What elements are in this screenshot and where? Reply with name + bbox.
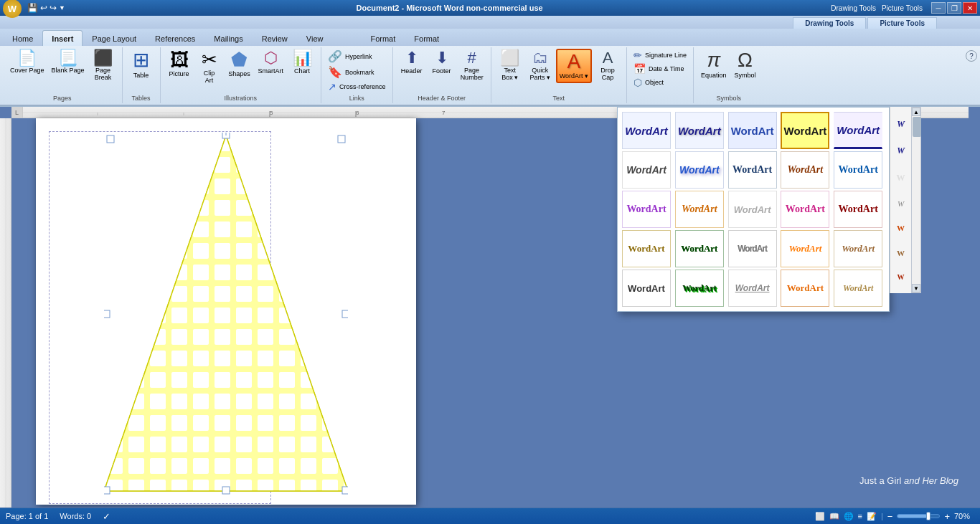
restore-btn[interactable]: ❐ bbox=[947, 2, 961, 14]
proofing-check[interactable]: ✓ bbox=[103, 511, 110, 522]
handle-bottom-right[interactable] bbox=[342, 487, 348, 494]
side-strip-w3[interactable]: W bbox=[897, 173, 905, 184]
date-time-btn[interactable]: 📅 Date & Time bbox=[631, 62, 687, 75]
wordart-item-9[interactable]: WordArt bbox=[781, 151, 829, 189]
page-number-btn[interactable]: # PageNumber bbox=[458, 49, 486, 83]
triangle-shape[interactable] bbox=[104, 133, 348, 498]
wordart-item-11[interactable]: WordArt bbox=[622, 191, 671, 228]
wordart-item-8[interactable]: WordArt bbox=[728, 151, 777, 189]
wordart-item-2[interactable]: WordArt bbox=[675, 112, 724, 149]
header-btn[interactable]: ⬆ Header bbox=[397, 49, 426, 76]
tab-format1[interactable]: Format bbox=[361, 30, 405, 46]
side-strip-w5[interactable]: W bbox=[897, 224, 905, 232]
scroll-up-arrow[interactable]: ▲ bbox=[912, 108, 920, 116]
qat-more-btn[interactable]: ▼ bbox=[59, 4, 65, 11]
zoom-percent[interactable]: 70% bbox=[954, 512, 974, 520]
close-btn[interactable]: ✕ bbox=[963, 2, 977, 14]
minimize-btn[interactable]: ─ bbox=[931, 2, 946, 14]
wordart-scrollbar[interactable]: ▲ ▼ bbox=[911, 107, 921, 293]
text-box-btn[interactable]: ⬜ TextBox ▾ bbox=[496, 49, 524, 83]
sub-tab-drawing[interactable]: Drawing Tools bbox=[793, 17, 866, 29]
side-strip-w7[interactable]: W bbox=[897, 273, 905, 281]
wordart-item-3[interactable]: WordArt bbox=[728, 112, 777, 149]
wordart-item-24[interactable]: WordArt bbox=[781, 270, 829, 307]
table-btn[interactable]: ⊞ Table bbox=[127, 49, 156, 80]
tab-home[interactable]: Home bbox=[3, 30, 42, 46]
wordart-item-21[interactable]: WordArt bbox=[622, 270, 671, 307]
chart-btn[interactable]: 📊 Chart bbox=[288, 49, 316, 76]
wordart-item-7[interactable]: WordArt bbox=[675, 151, 724, 189]
clip-art-btn[interactable]: ✂ ClipArt bbox=[195, 49, 224, 86]
smartart-btn[interactable]: ⬡ SmartArt bbox=[255, 49, 287, 76]
handle-bottom-center[interactable] bbox=[222, 487, 230, 494]
wordart-item-16[interactable]: WordArt bbox=[622, 230, 671, 267]
wordart-item-14[interactable]: WordArt bbox=[781, 191, 829, 228]
redo-btn[interactable]: ↪ bbox=[50, 3, 57, 13]
wordart-item-12[interactable]: WordArt bbox=[675, 191, 724, 228]
undo-btn[interactable]: ↩ bbox=[40, 3, 47, 13]
handle-bottom-left[interactable] bbox=[104, 487, 110, 494]
scroll-down-arrow[interactable]: ▼ bbox=[912, 284, 920, 292]
cover-page-btn[interactable]: 📄 Cover Page bbox=[7, 49, 47, 76]
wordart-item-18[interactable]: WordArt bbox=[728, 230, 777, 267]
bookmark-btn[interactable]: 🔖 Bookmark bbox=[326, 65, 377, 80]
wordart-item-23[interactable]: WordArt bbox=[728, 270, 777, 307]
drop-cap-btn[interactable]: A DropCap bbox=[593, 49, 622, 83]
wordart-item-15[interactable]: WordArt bbox=[834, 191, 882, 228]
wordart-item-1[interactable]: WordArt bbox=[622, 112, 671, 149]
zoom-in-btn[interactable]: + bbox=[944, 511, 950, 522]
zoom-bar[interactable] bbox=[897, 514, 940, 518]
wordart-item-25[interactable]: WordArt bbox=[834, 270, 882, 307]
tab-mailings[interactable]: Mailings bbox=[204, 30, 252, 46]
view-outline[interactable]: ≡ bbox=[858, 512, 862, 520]
handle-mid-left[interactable] bbox=[104, 310, 110, 318]
quick-parts-btn[interactable]: 🗂 QuickParts ▾ bbox=[526, 49, 555, 83]
sub-tab-picture[interactable]: Picture Tools bbox=[867, 17, 937, 29]
wordart-item-22[interactable]: WordArt bbox=[675, 270, 724, 307]
wordart-item-6[interactable]: WordArt bbox=[622, 151, 671, 189]
side-strip-w4[interactable]: W bbox=[897, 199, 904, 208]
side-strip-w6[interactable]: W bbox=[897, 249, 905, 257]
footer-btn[interactable]: ⬇ Footer bbox=[428, 49, 456, 76]
page-break-btn[interactable]: ⬛ PageBreak bbox=[89, 49, 118, 83]
wordart-btn[interactable]: A WordArt ▾ bbox=[556, 49, 592, 83]
view-draft[interactable]: 📝 bbox=[867, 512, 877, 521]
hyperlink-btn[interactable]: 🔗 Hyperlink bbox=[326, 49, 383, 64]
scroll-thumb[interactable] bbox=[913, 117, 921, 137]
view-full-reading[interactable]: 📖 bbox=[829, 512, 839, 521]
view-web-layout[interactable]: 🌐 bbox=[844, 512, 854, 521]
office-button[interactable]: W bbox=[3, 0, 22, 18]
wordart-item-17[interactable]: WordArt bbox=[675, 230, 724, 267]
handle-top-left[interactable] bbox=[107, 135, 114, 143]
tab-format2[interactable]: Format bbox=[405, 30, 448, 46]
tab-view[interactable]: View bbox=[297, 30, 333, 46]
zoom-out-btn[interactable]: − bbox=[887, 511, 893, 522]
tab-page-layout[interactable]: Page Layout bbox=[83, 30, 146, 46]
view-print-layout[interactable]: ⬜ bbox=[815, 512, 825, 521]
page-indicator[interactable]: Page: 1 of 1 bbox=[6, 512, 48, 520]
save-btn[interactable]: 💾 bbox=[27, 3, 38, 13]
object-btn[interactable]: ⬡ Object bbox=[631, 76, 666, 89]
symbol-btn[interactable]: Ω Symbol bbox=[731, 49, 760, 80]
wordart-item-10[interactable]: WordArt bbox=[834, 151, 882, 189]
cross-ref-btn[interactable]: ↗ Cross-reference bbox=[326, 80, 388, 93]
tab-references[interactable]: References bbox=[146, 30, 204, 46]
tab-insert[interactable]: Insert bbox=[42, 30, 83, 46]
wordart-item-13[interactable]: WordArt bbox=[728, 191, 777, 228]
tab-review[interactable]: Review bbox=[253, 30, 297, 46]
handle-mid-right[interactable] bbox=[342, 310, 348, 318]
help-btn[interactable]: ? bbox=[966, 50, 977, 62]
shapes-btn[interactable]: ⬟ Shapes bbox=[225, 49, 254, 79]
handle-top-right[interactable] bbox=[338, 135, 345, 143]
blank-page-btn[interactable]: 📃 Blank Page bbox=[49, 49, 88, 76]
equation-btn[interactable]: π Equation bbox=[698, 49, 730, 80]
picture-btn[interactable]: 🖼 Picture bbox=[165, 49, 194, 79]
wordart-item-5[interactable]: WordArt bbox=[834, 112, 882, 149]
word-count[interactable]: Words: 0 bbox=[60, 512, 91, 520]
wordart-item-19[interactable]: WordArt bbox=[781, 230, 829, 267]
wordart-item-20[interactable]: WordArt bbox=[834, 230, 882, 267]
wordart-item-4[interactable]: WordArt bbox=[781, 112, 829, 149]
side-strip-w1[interactable]: W bbox=[897, 119, 905, 130]
side-strip-w2[interactable]: W bbox=[897, 146, 905, 156]
signature-line-btn[interactable]: ✏ Signature Line bbox=[631, 49, 689, 62]
